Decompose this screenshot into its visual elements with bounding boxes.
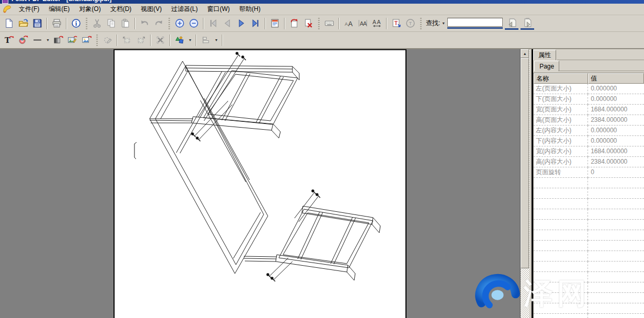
page-layout-icon [270, 18, 280, 28]
delete-object-button[interactable] [153, 33, 167, 47]
property-row-empty [534, 188, 588, 199]
property-value[interactable]: 1684.000000 [588, 146, 644, 157]
next-page-button[interactable] [234, 17, 248, 30]
find-input[interactable] [447, 18, 503, 27]
find-next-button[interactable] [521, 17, 534, 30]
print-button[interactable] [50, 17, 64, 30]
open-file-button[interactable] [16, 17, 30, 30]
text-mode-button[interactable]: T [403, 17, 417, 30]
previous-page-icon [222, 18, 232, 28]
tab-page[interactable]: Page [534, 61, 559, 71]
last-page-button[interactable] [248, 17, 263, 30]
add-color-button[interactable] [16, 33, 30, 47]
find-dropdown-arrow[interactable]: ▼ [442, 21, 445, 25]
delete-page-button[interactable] [301, 17, 315, 30]
edit-image-button[interactable] [65, 33, 80, 47]
toolbar-separator [196, 35, 197, 46]
property-value[interactable]: 2384.000000 [588, 157, 644, 167]
property-value[interactable]: 2384.000000 [588, 115, 644, 126]
dropdown-arrow[interactable]: ▼ [213, 38, 220, 42]
property-name: 左(页面大小) [534, 84, 588, 94]
property-value[interactable]: 0.000000 [588, 136, 644, 146]
zoom-in-button[interactable] [173, 17, 187, 30]
column-header-value[interactable]: 值 [588, 73, 644, 84]
clone-tool-button[interactable] [100, 33, 115, 47]
property-row-empty [534, 272, 588, 282]
line-style-button[interactable] [30, 33, 44, 47]
property-row-empty [534, 209, 588, 220]
page-layout-button[interactable] [268, 17, 282, 30]
add-text-button[interactable]: T [2, 33, 16, 47]
insert-shape-button[interactable] [173, 33, 187, 47]
bring-forward-button[interactable] [134, 33, 148, 47]
previous-page-button[interactable] [220, 17, 234, 30]
align-objects-button[interactable] [199, 33, 213, 47]
property-value[interactable]: 0.000000 [588, 84, 644, 94]
toolbar-separator [265, 18, 266, 29]
keyboard-button[interactable] [322, 17, 336, 30]
vertical-scrollbar[interactable]: ▲ [520, 49, 529, 318]
send-backward-icon [122, 35, 132, 45]
property-row-empty [588, 303, 644, 314]
property-name: 页面旋转 [534, 167, 588, 178]
copy-button[interactable] [104, 17, 118, 30]
char-width-button[interactable]: AA [356, 17, 370, 30]
property-value[interactable]: 0 [588, 167, 644, 178]
toolbar-separator [150, 35, 151, 46]
text-mode-icon: T [405, 18, 415, 28]
add-image-button[interactable] [80, 33, 94, 47]
scroll-up-button[interactable]: ▲ [521, 49, 529, 58]
svg-text:A: A [363, 20, 367, 27]
property-row-empty [588, 209, 644, 220]
find-next-icon [523, 18, 533, 28]
scrollbar-thumb[interactable] [521, 58, 529, 268]
menu-help[interactable]: 帮助(H) [234, 4, 265, 15]
property-row-empty [534, 199, 588, 209]
property-value[interactable]: 0.000000 [588, 94, 644, 105]
toolbar-gripper[interactable] [168, 18, 170, 29]
insert-text-button[interactable]: T [389, 17, 403, 30]
rotate-page-button[interactable] [287, 17, 301, 30]
font-size-button[interactable]: AA [342, 17, 356, 30]
cut-button[interactable] [90, 17, 104, 30]
zoom-in-icon [175, 18, 185, 28]
pdf-page[interactable] [114, 49, 406, 318]
bring-forward-icon [136, 35, 146, 45]
toolbar-gripper[interactable] [318, 18, 320, 29]
menu-window[interactable]: 窗口(W) [202, 4, 234, 15]
menu-view[interactable]: 视图(V) [136, 4, 166, 15]
property-value[interactable]: 1684.000000 [588, 105, 644, 115]
property-row-empty [588, 199, 644, 209]
dropdown-arrow[interactable]: ▼ [44, 38, 51, 42]
toolbar-main: iAAAAAATT 查找: ▼ [0, 15, 644, 32]
column-header-name[interactable]: 名称 [534, 73, 588, 84]
property-row-empty [588, 293, 644, 303]
toolbar-gripper[interactable] [420, 18, 422, 29]
send-backward-button[interactable] [120, 33, 134, 47]
document-info-button[interactable]: i [69, 17, 83, 30]
redo-button[interactable] [152, 17, 166, 30]
paste-button[interactable] [118, 17, 132, 30]
add-shading-button[interactable] [51, 33, 65, 47]
dropdown-arrow[interactable]: ▼ [187, 38, 194, 42]
add-text-icon: T [4, 35, 14, 45]
char-spacing-button[interactable]: AA [370, 17, 384, 30]
menu-edit[interactable]: 编辑(E) [44, 4, 74, 15]
menu-document[interactable]: 文档(D) [106, 4, 137, 15]
new-document-button[interactable] [2, 17, 16, 30]
menu-file[interactable]: 文件(F) [14, 4, 44, 15]
save-file-button[interactable] [30, 17, 44, 30]
toolbar-gripper[interactable] [86, 18, 87, 29]
next-page-icon [236, 18, 246, 28]
properties-tab[interactable]: 属性 [533, 50, 556, 60]
document-canvas[interactable] [0, 49, 520, 318]
property-row-empty [534, 282, 588, 293]
find-previous-button[interactable] [505, 17, 518, 30]
property-value[interactable]: 0.000000 [588, 126, 644, 136]
toolbar-gripper[interactable] [96, 35, 98, 46]
first-page-button[interactable] [206, 17, 220, 30]
menu-filter[interactable]: 过滤器(L) [166, 4, 202, 15]
menu-object[interactable]: 对象(O) [74, 4, 105, 15]
undo-button[interactable] [138, 17, 152, 30]
zoom-out-button[interactable] [187, 17, 201, 30]
